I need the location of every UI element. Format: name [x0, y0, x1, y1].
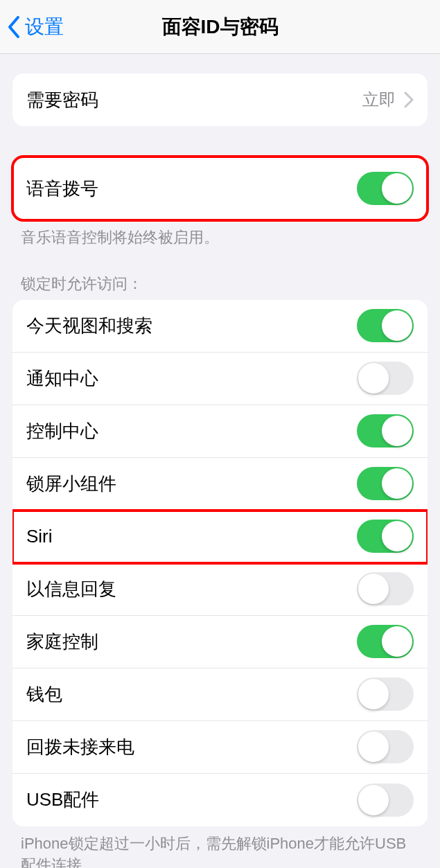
voice-dial-label: 语音拨号 — [26, 177, 98, 201]
require-passcode-row[interactable]: 需要密码 立即 — [12, 73, 428, 126]
lock-access-row: USB配件 — [12, 774, 428, 826]
lock-access-label: 以信息回复 — [26, 577, 116, 601]
page-title: 面容ID与密码 — [0, 14, 440, 40]
lock-access-label: 控制中心 — [26, 419, 98, 443]
lock-access-label: 回拨未接来电 — [26, 735, 134, 759]
chevron-left-icon — [6, 15, 22, 39]
lock-access-toggle[interactable] — [357, 362, 414, 395]
lock-access-row: Siri — [12, 511, 428, 563]
lock-access-footer: iPhone锁定超过一小时后，需先解锁iPhone才能允许USB配件连接。 — [21, 833, 419, 868]
lock-access-label: 通知中心 — [26, 366, 98, 391]
lock-access-row: 通知中心 — [12, 353, 428, 405]
voice-dial-group: 语音拨号 — [12, 157, 428, 220]
lock-access-toggle[interactable] — [357, 520, 414, 553]
voice-dial-toggle[interactable] — [357, 172, 414, 205]
lock-access-row: 钱包 — [12, 668, 428, 721]
back-label: 设置 — [25, 14, 64, 40]
lock-access-label: 家庭控制 — [26, 630, 98, 654]
lock-access-toggle[interactable] — [357, 730, 414, 763]
lock-access-row: 今天视图和搜索 — [12, 300, 428, 353]
lock-access-toggle[interactable] — [357, 572, 414, 605]
lock-access-row: 以信息回复 — [12, 563, 428, 616]
voice-dial-row: 语音拨号 — [12, 157, 428, 220]
lock-access-label: USB配件 — [26, 788, 99, 812]
lock-access-header: 锁定时允许访问： — [21, 274, 419, 294]
lock-access-toggle[interactable] — [357, 467, 414, 500]
lock-access-row: 控制中心 — [12, 405, 428, 458]
require-passcode-label: 需要密码 — [26, 88, 98, 112]
require-passcode-value-wrap: 立即 — [362, 89, 414, 111]
lock-access-label: 钱包 — [26, 682, 62, 707]
lock-access-toggle[interactable] — [357, 677, 414, 711]
lock-access-toggle[interactable] — [357, 783, 414, 817]
lock-access-toggle[interactable] — [357, 414, 414, 448]
lock-access-group: 今天视图和搜索通知中心控制中心锁屏小组件Siri以信息回复家庭控制钱包回拨未接来… — [12, 300, 428, 826]
voice-dial-footer: 音乐语音控制将始终被启用。 — [21, 227, 419, 249]
lock-access-toggle[interactable] — [357, 309, 414, 342]
lock-access-row: 家庭控制 — [12, 616, 428, 668]
lock-access-label: Siri — [26, 526, 53, 547]
lock-access-toggle[interactable] — [357, 625, 414, 658]
navigation-header: 设置 面容ID与密码 — [0, 0, 440, 54]
require-passcode-group: 需要密码 立即 — [12, 73, 428, 126]
require-passcode-value: 立即 — [362, 89, 396, 111]
chevron-right-icon — [404, 91, 414, 108]
lock-access-row: 锁屏小组件 — [12, 458, 428, 511]
lock-access-label: 今天视图和搜索 — [26, 314, 152, 338]
back-button[interactable]: 设置 — [6, 14, 64, 40]
lock-access-label: 锁屏小组件 — [26, 472, 116, 496]
lock-access-row: 回拨未接来电 — [12, 721, 428, 774]
